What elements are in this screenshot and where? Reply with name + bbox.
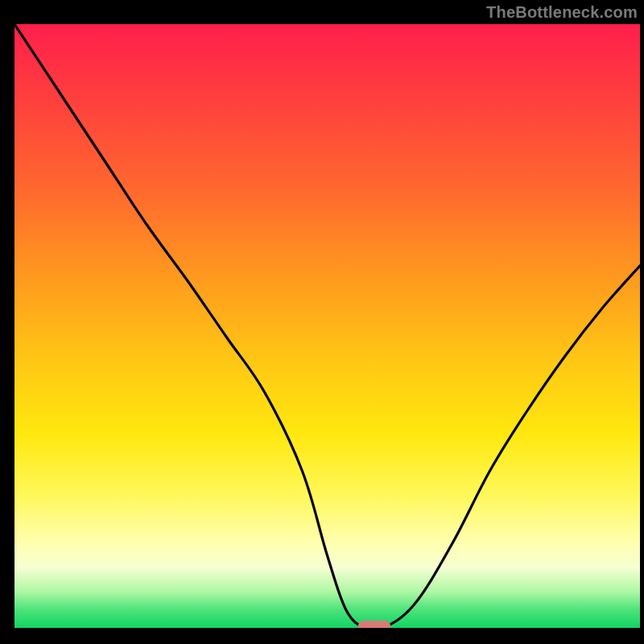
bottleneck-curve	[14, 24, 640, 628]
chart-frame: TheBottleneck.com	[0, 0, 644, 644]
plot-area	[14, 24, 640, 628]
optimal-marker	[358, 621, 390, 628]
attribution-text: TheBottleneck.com	[486, 3, 638, 22]
